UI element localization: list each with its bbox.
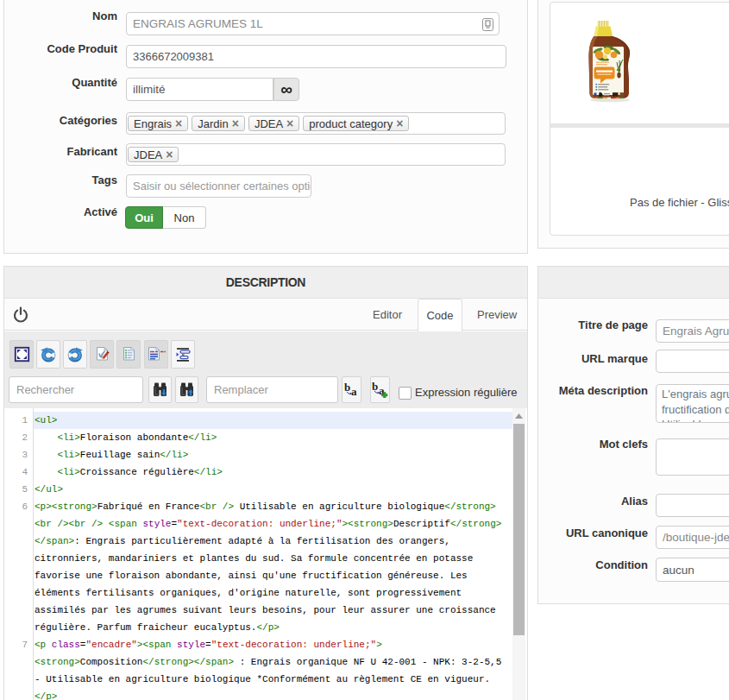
svg-text:b: b — [344, 382, 350, 394]
svg-text:a: a — [351, 385, 357, 398]
